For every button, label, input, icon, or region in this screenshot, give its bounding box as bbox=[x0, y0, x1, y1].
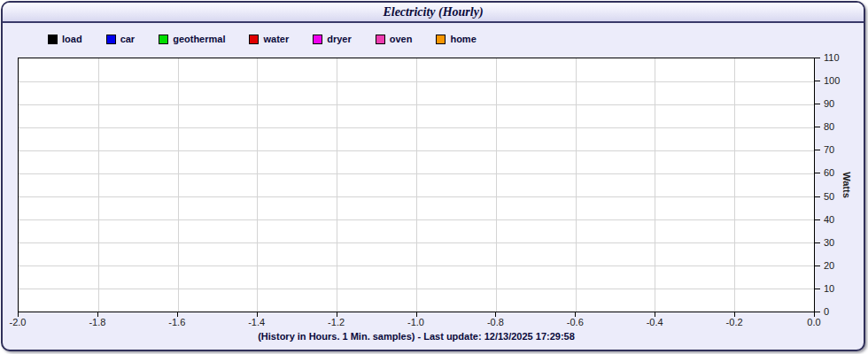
legend-swatch-icon bbox=[313, 35, 322, 44]
gridline-vertical bbox=[496, 58, 497, 312]
legend-label: home bbox=[450, 34, 476, 44]
gridline-horizontal bbox=[19, 289, 814, 289]
legend-item-load: load bbox=[48, 34, 82, 44]
x-tick-label: -0.4 bbox=[637, 317, 672, 327]
gridline-horizontal bbox=[19, 242, 814, 243]
y-tick bbox=[815, 266, 820, 266]
electricity-monitor-panel: Electricity (Hourly) loadcargeothermalwa… bbox=[0, 0, 868, 354]
y-axis-title: Watts bbox=[841, 172, 852, 198]
legend-item-car: car bbox=[106, 34, 136, 44]
legend-swatch-icon bbox=[48, 35, 58, 44]
legend-label: dryer bbox=[327, 34, 352, 44]
gridline-vertical bbox=[337, 58, 337, 312]
footer-caption: (History in Hours. 1 Min. samples) - Las… bbox=[18, 331, 815, 342]
gridline-horizontal bbox=[19, 196, 814, 197]
gridline-vertical bbox=[98, 58, 99, 312]
gridline-horizontal bbox=[19, 173, 814, 174]
y-tick bbox=[815, 127, 820, 127]
legend-item-geothermal: geothermal bbox=[159, 34, 225, 44]
y-tick bbox=[815, 58, 820, 58]
y-tick-label: 110 bbox=[824, 52, 850, 63]
gridline-vertical bbox=[576, 58, 577, 312]
legend-label: geothermal bbox=[173, 34, 225, 44]
y-tick-label: 100 bbox=[824, 75, 850, 86]
titlebar: Electricity (Hourly) bbox=[3, 3, 864, 23]
y-tick-label: 30 bbox=[824, 237, 850, 248]
legend-item-oven: oven bbox=[376, 34, 413, 44]
legend-swatch-icon bbox=[376, 35, 385, 44]
legend-swatch-icon bbox=[159, 35, 168, 44]
y-tick bbox=[815, 150, 820, 150]
legend-label: oven bbox=[390, 34, 413, 44]
gridline-horizontal bbox=[19, 219, 814, 220]
y-tick-label: 10 bbox=[824, 283, 850, 294]
x-tick-label: -1.8 bbox=[80, 317, 115, 327]
gridline-horizontal bbox=[19, 150, 814, 151]
y-tick bbox=[815, 289, 820, 289]
x-tick-label: -2.0 bbox=[0, 317, 35, 327]
chart-title: Electricity (Hourly) bbox=[383, 5, 483, 19]
y-tick bbox=[815, 81, 820, 81]
x-tick-label: -1.4 bbox=[239, 317, 275, 327]
y-tick-label: 0 bbox=[824, 306, 850, 317]
plot-area bbox=[18, 58, 815, 312]
legend-item-dryer: dryer bbox=[313, 34, 352, 44]
x-tick-label: 0.0 bbox=[796, 317, 832, 327]
y-tick bbox=[815, 312, 820, 312]
gridline-horizontal bbox=[19, 127, 814, 128]
gridline-horizontal bbox=[19, 104, 814, 105]
gridline-horizontal bbox=[19, 266, 814, 266]
y-tick bbox=[815, 173, 820, 173]
gridline-vertical bbox=[734, 58, 735, 312]
legend-label: car bbox=[120, 34, 136, 44]
x-tick-label: -0.2 bbox=[717, 317, 752, 327]
y-tick bbox=[815, 242, 820, 243]
legend-item-home: home bbox=[436, 34, 476, 44]
x-tick-label: -1.6 bbox=[159, 317, 195, 327]
y-tick bbox=[815, 219, 820, 220]
y-tick-label: 80 bbox=[824, 121, 850, 132]
gridline-vertical bbox=[655, 58, 655, 312]
legend-label: load bbox=[62, 34, 82, 44]
legend-swatch-icon bbox=[436, 35, 446, 44]
legend-label: water bbox=[263, 34, 289, 44]
y-tick bbox=[815, 104, 820, 104]
gridline-vertical bbox=[178, 58, 179, 312]
y-tick-label: 90 bbox=[824, 98, 850, 109]
legend-swatch-icon bbox=[249, 35, 259, 44]
x-tick-label: -1.2 bbox=[319, 317, 354, 327]
legend: loadcargeothermalwaterdryerovenhome bbox=[48, 33, 477, 45]
y-tick-label: 70 bbox=[824, 144, 850, 155]
gridline-horizontal bbox=[19, 81, 814, 82]
gridline-vertical bbox=[416, 58, 417, 312]
legend-swatch-icon bbox=[106, 35, 116, 44]
y-tick-label: 20 bbox=[824, 260, 850, 271]
y-tick-label: 40 bbox=[824, 214, 850, 225]
x-tick-label: -1.0 bbox=[399, 317, 434, 327]
gridline-vertical bbox=[257, 58, 258, 312]
x-tick-label: -0.8 bbox=[477, 317, 513, 327]
legend-item-water: water bbox=[249, 34, 289, 44]
y-tick bbox=[815, 196, 820, 197]
x-tick-label: -0.6 bbox=[557, 317, 593, 327]
